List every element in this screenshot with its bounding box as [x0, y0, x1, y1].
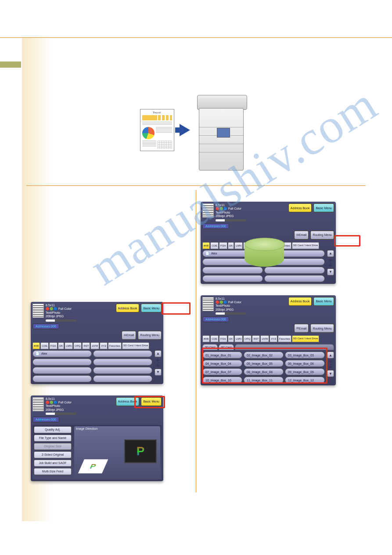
favorites-tab[interactable]: Favorites: [108, 342, 122, 349]
alpha-tab-ab[interactable]: #AB: [202, 242, 210, 249]
alpha-tab[interactable]: RST: [252, 335, 260, 342]
image-box-slot[interactable]: 05_Image_Box_05: [244, 360, 284, 367]
image-box-slot[interactable]: 07_Image_Box_07: [202, 368, 242, 375]
email-button[interactable]: ✉ Email: [122, 331, 137, 340]
routing-menu-button[interactable]: Routing Menu: [138, 331, 162, 340]
image-box-slot[interactable]: 02_Image_Box_02: [244, 352, 284, 359]
address-book-tab[interactable]: Address Book: [116, 397, 140, 406]
original-size-button[interactable]: Original Size: [34, 443, 72, 450]
alpha-tab[interactable]: CDE: [210, 242, 219, 249]
image-box-slot[interactable]: 12_Image_Box_12: [285, 377, 325, 384]
chapter-tab: [0, 62, 21, 68]
color-mode: Full Color: [228, 301, 241, 304]
scroll-up-button[interactable]: ▲: [155, 350, 162, 357]
email-button[interactable]: ✉ Email: [294, 231, 309, 239]
scroll-down-button[interactable]: ▼: [327, 268, 334, 276]
contact-slot[interactable]: 📄 Alex: [32, 350, 92, 357]
scroll-down-button[interactable]: ▼: [327, 370, 334, 377]
contact-slot[interactable]: [32, 367, 92, 374]
alpha-tab[interactable]: CDE: [40, 342, 49, 349]
basic-menu-tab[interactable]: Basic Menu: [141, 304, 162, 312]
image-box-slot[interactable]: 04_Image_Box_04: [202, 360, 242, 367]
alpha-tab-ab[interactable]: #AB: [202, 335, 210, 342]
alpha-tab[interactable]: XYZ: [270, 335, 277, 342]
image-box-slot[interactable]: 11_Image_Box_11: [244, 377, 284, 384]
alpha-tab[interactable]: UVW: [90, 342, 99, 349]
preview-thumb-icon: [32, 304, 44, 318]
contact-slot[interactable]: [32, 359, 92, 366]
alpha-tab[interactable]: IJK: [58, 342, 65, 349]
contact-slot[interactable]: [264, 275, 325, 282]
routing-menu-button[interactable]: Routing Menu: [310, 324, 334, 333]
scroll-up-button[interactable]: ▲: [327, 352, 334, 359]
alpha-tab[interactable]: CDE: [210, 335, 219, 342]
alpha-tab[interactable]: LMN: [65, 342, 73, 349]
contact-slot[interactable]: [202, 275, 263, 282]
scroll-up-button[interactable]: ▲: [327, 250, 334, 257]
contact-slot[interactable]: [93, 375, 152, 382]
routing-menu-button[interactable]: Routing Menu: [310, 231, 334, 239]
alpha-tab[interactable]: FGH: [49, 342, 58, 349]
alpha-tab-ab[interactable]: #AB: [32, 342, 40, 349]
email-button[interactable]: ✉ Email: [294, 324, 309, 333]
lcd-basic-menu-panel: 8.5x11 🔴🟢🔵 Full Color Text/Photo 200dpi …: [31, 395, 163, 482]
sd-card-tab[interactable]: SD Card: [202, 344, 218, 350]
section-divider: [26, 185, 366, 186]
quality-adj-button[interactable]: Quality Adj.: [34, 426, 72, 433]
address-book-tab[interactable]: Address Book: [288, 297, 312, 306]
contact-slot[interactable]: [93, 350, 152, 357]
alpha-tab[interactable]: XYZ: [100, 342, 108, 349]
alpha-tab[interactable]: LMN: [234, 242, 243, 249]
alpha-tab[interactable]: RST: [82, 342, 90, 349]
sdcard-hd-tab[interactable]: SD Card / Hard Drive: [292, 242, 320, 249]
job-build-button[interactable]: Job Build and SADF: [34, 460, 72, 467]
lcd-image-box-panel: 8.5x11 🔴🟢🔵 Full Color Text/Photo 200dpi …: [201, 295, 336, 386]
concept-diagram: Report: [0, 91, 392, 170]
color-mode: Full Color: [58, 307, 72, 310]
alpha-tab[interactable]: FGH: [219, 242, 227, 249]
alpha-tab[interactable]: IJK: [228, 335, 234, 342]
multi-size-button[interactable]: Multi-Size Feed: [34, 468, 72, 475]
alpha-tab[interactable]: LMN: [234, 335, 243, 342]
image-box-slot[interactable]: 09_Image_Box_09: [285, 368, 325, 375]
alpha-tab[interactable]: IJK: [228, 242, 234, 249]
paper-size: 8.5x11: [216, 297, 287, 301]
favorites-tab[interactable]: Favorites: [278, 335, 291, 342]
original-mode: Text/Photo: [46, 404, 114, 408]
density-bar-icon: [216, 219, 246, 221]
contact-slot[interactable]: [93, 359, 152, 366]
density-bar-icon: [216, 312, 246, 315]
file-type-name-button[interactable]: File Type and Name: [34, 435, 72, 442]
addresses-count[interactable]: Addresses:000: [202, 223, 229, 229]
two-sided-button[interactable]: 2-Sided Original: [34, 451, 72, 458]
alpha-tab[interactable]: FGH: [219, 335, 227, 342]
contact-slot[interactable]: [32, 375, 92, 382]
alpha-tab[interactable]: OPQ: [73, 342, 82, 349]
header-blank: [0, 0, 392, 37]
alpha-tab[interactable]: OPQ: [243, 335, 252, 342]
sdcard-hd-tab[interactable]: SD Card / Hard Drive: [292, 335, 320, 342]
image-box-slot[interactable]: 08_Image_Box_08: [244, 368, 284, 375]
scroll-down-button[interactable]: ▼: [155, 369, 162, 376]
pc-card-tab[interactable]: PC Card: [219, 344, 234, 350]
addresses-count[interactable]: Addresses:000: [32, 323, 59, 329]
contact-slot[interactable]: [93, 367, 152, 374]
density-bar-icon: [46, 319, 76, 322]
addresses-count[interactable]: Addresses:000: [32, 417, 59, 422]
address-book-tab[interactable]: Address Book: [288, 203, 312, 212]
addresses-count[interactable]: Addresses:000: [202, 316, 229, 322]
header-rule: [0, 37, 392, 38]
sdcard-hd-tab[interactable]: SD Card / Hard Drive: [122, 342, 150, 349]
color-mode: Full Color: [58, 401, 72, 404]
image-box-slot[interactable]: 03_Image_Box_03: [285, 352, 325, 359]
basic-menu-tab[interactable]: Basic Menu: [313, 203, 334, 212]
image-box-slot[interactable]: 01_Image_Box_01: [202, 352, 242, 359]
image-box-slot[interactable]: 06_Image_Box_06: [285, 360, 325, 367]
basic-menu-tab[interactable]: Basic Menu: [313, 297, 334, 306]
image-box-slot[interactable]: 10_Image_Box_10: [202, 377, 242, 384]
image-direction-label: Image Direction: [76, 427, 97, 430]
preview-thumb-icon: [202, 203, 214, 218]
alpha-tab[interactable]: UVW: [260, 335, 269, 342]
address-book-tab[interactable]: Address Book: [116, 304, 140, 312]
basic-menu-tab[interactable]: Basic Menu: [141, 397, 162, 406]
